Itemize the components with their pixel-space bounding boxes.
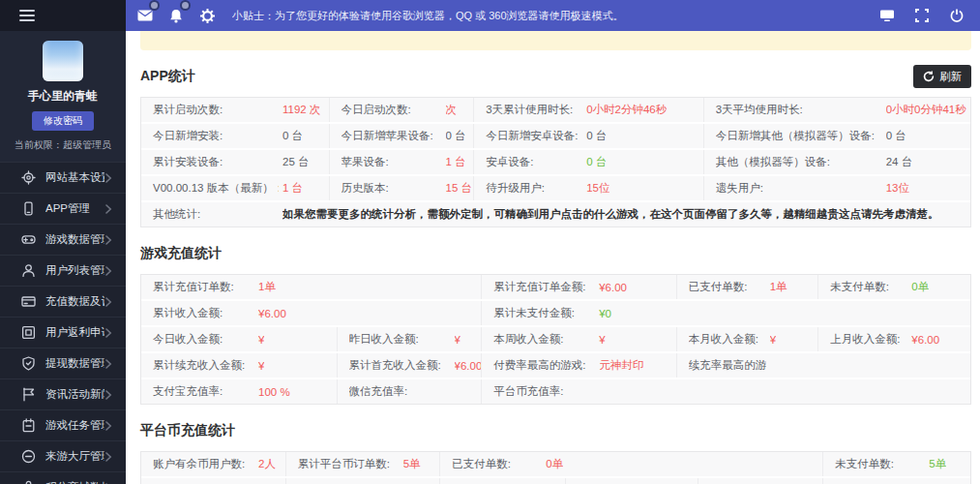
stat-value: 1 台 [282,181,303,196]
table-row: 支付宝充值率:100 %微信充值率:平台币充值率: [141,379,970,404]
stat-cell: 已支付单数:1单 [677,275,819,299]
sidebar-item-label: 充值数据及设置 [45,294,104,309]
stat-value: ¥6.00 [911,334,939,346]
stat-label: 今日启动次数: [342,103,442,117]
stat-cell: 今日收入金额:¥ [141,327,338,351]
sidebar-item-label: 用户列表管理 [45,263,104,278]
permission-label: 当前权限：超级管理员 [0,138,126,152]
hamburger-menu-icon[interactable] [19,10,35,21]
stat-value: 5单 [929,457,946,471]
stat-label: 未支付单数: [835,457,925,471]
stat-cell: V00.00.13 版本（最新）：1 台 [141,176,330,200]
chevron-right-icon [104,390,112,400]
stat-cell: 累计充值订单金额:¥6.00 [482,275,677,299]
mail-icon[interactable] [134,4,157,27]
stat-cell: 本周收入金额:¥ [482,327,677,351]
chevron-right-icon [104,297,112,307]
stat-cell: 3天累计使用时长:0小时2分钟46秒 [474,98,703,122]
stat-label: 本周收入金额: [493,332,595,347]
stat-value: ¥6.00 [599,282,627,293]
stat-cell: 本月收入金额:¥ [677,327,819,351]
stat-cell: 3天平均使用时长:0小时0分钟41秒 [704,98,970,122]
stat-cell: 今日充值平台币:¥ [286,478,441,484]
stat-label: 累计首充收入金额: [349,358,451,373]
stat-cell: 昨日充值平台币:¥ [440,478,566,484]
topbar-notice-text: 小贴士：为了您更好的体验请使用谷歌浏览器，QQ 或 360浏览器请使用极速模式。 [232,9,624,23]
power-icon[interactable] [945,4,968,27]
stat-label: 其他统计: [153,207,279,222]
main-content: APP统计刷新累计启动次数:1192 次今日启动次数:次3天累计使用时长:0小时… [126,31,980,484]
sidebar-item-11[interactable]: 积分商城数据 [0,471,126,484]
refresh-icon [923,71,935,82]
bell-icon[interactable] [164,4,188,27]
stat-label: 累计安装设备: [153,155,279,169]
stat-label: 待升级用户: [486,181,582,196]
stat-cell: 历史版本:15 台 [330,176,475,200]
stat-cell: 未支付单数:0单 [818,275,970,299]
stat-label: 昨日收入金额: [349,332,451,347]
section-platform-coin-stats: 平台币充值统计账户有余币用户数:2人累计平台币订单数:5单已支付单数:0单未支付… [140,418,971,484]
fullscreen-icon[interactable] [910,4,934,27]
sidebar-item-7[interactable]: 提现数据管理 [0,348,126,378]
stat-cell: 未支付单数:5单 [823,452,970,476]
chevron-right-icon [104,173,112,183]
gear-icon [21,170,36,185]
stat-label: 苹果设备: [342,155,442,169]
stats-table: 账户有余币用户数:2人累计平台币订单数:5单已支付单数:0单未支付单数:5单累计… [140,451,971,484]
table-row: 其他统计:如果您需要更多的统计分析，需额外定制，可精确到用户点击的什么游戏，在这… [141,202,970,227]
refresh-button[interactable]: 刷新 [913,65,971,88]
table-row: V00.00.13 版本（最新）：1 台历史版本:15 台待升级用户:15位遗失… [141,176,970,202]
stat-cell: 今日新增苹果设备:0 台 [330,124,475,148]
stat-value: 15 台 [446,181,473,196]
stats-table: 累计充值订单数:1单累计充值订单金额:¥6.00已支付单数:1单未支付单数:0单… [140,274,971,405]
profile-panel: 手心里的青蛙 修改密码 当前权限：超级管理员 [0,31,126,162]
phone-icon [21,201,36,216]
topbar: 小贴士：为了您更好的体验请使用谷歌浏览器，QQ 或 360浏览器请使用极速模式。 [126,0,980,31]
stat-value: ¥ [599,334,605,346]
sidebar-item-1[interactable]: 网站基本设置 [0,162,126,193]
stat-label: 支付宝充值率: [153,384,254,399]
sidebar-item-9[interactable]: 游戏任务管理 [0,409,126,440]
sidebar-item-8[interactable]: 资讯活动新闻 [0,378,126,409]
stat-label: 已支付单数: [689,280,766,294]
sidebar-item-10[interactable]: 来游大厅管理 [0,440,126,471]
sidebar-item-6[interactable]: 用户返利申请 [0,317,126,348]
section-title: 游戏充值统计 [140,245,222,262]
bag-icon [21,480,36,484]
stat-value: 次 [446,103,458,117]
circle-dash-icon [21,449,36,464]
bell-badge [180,0,191,11]
stat-label: 累计平台币订单数: [298,457,400,471]
stat-cell: 其他（模拟器等）设备:24 台 [704,150,970,174]
stat-cell: 付费率最高的游戏:元神封印 [482,353,677,378]
stat-cell: 上月充值平台币:¥ [823,478,970,484]
sidebar-item-4[interactable]: 用户列表管理 [0,255,126,286]
sidebar-item-3[interactable]: 游戏数据管理 [0,224,126,255]
table-row: 累计启动次数:1192 次今日启动次数:次3天累计使用时长:0小时2分钟46秒3… [141,98,970,124]
stat-cell: 支付宝充值率:100 % [141,379,338,404]
stat-value: 0单 [546,457,563,471]
chevron-right-icon [104,266,112,276]
shield-icon [21,356,36,371]
sidebar-header [0,0,126,31]
stat-cell: 安卓设备:0 台 [474,150,703,174]
stat-label: 本月收入金额: [689,332,766,347]
sidebar-item-5[interactable]: 充值数据及设置 [0,286,126,317]
sidebar-item-2[interactable]: APP管理 [0,193,126,224]
stat-cell: 今日新增安卓设备:0 台 [474,124,703,148]
sidebar-item-label: 游戏数据管理 [45,232,104,247]
stat-value: 元神封印 [599,358,643,373]
stat-label: 累计充值订单数: [153,280,254,294]
stat-label: 遗失用户: [716,181,882,196]
stat-value: 0小时0分钟41秒 [886,103,966,117]
mail-badge [149,0,160,11]
stat-cell: 今日新增安装:0 台 [141,124,330,148]
stat-label: 今日新增安卓设备: [486,129,582,143]
stat-cell: 待升级用户:15位 [474,176,703,200]
stat-cell: 累计续充收入金额:¥ [141,353,338,378]
change-password-button[interactable]: 修改密码 [32,111,94,131]
monitor-icon[interactable] [876,4,899,27]
stat-label: 累计充值订单金额: [493,280,595,294]
gear-icon[interactable] [195,4,219,27]
chevron-right-icon [104,452,112,462]
